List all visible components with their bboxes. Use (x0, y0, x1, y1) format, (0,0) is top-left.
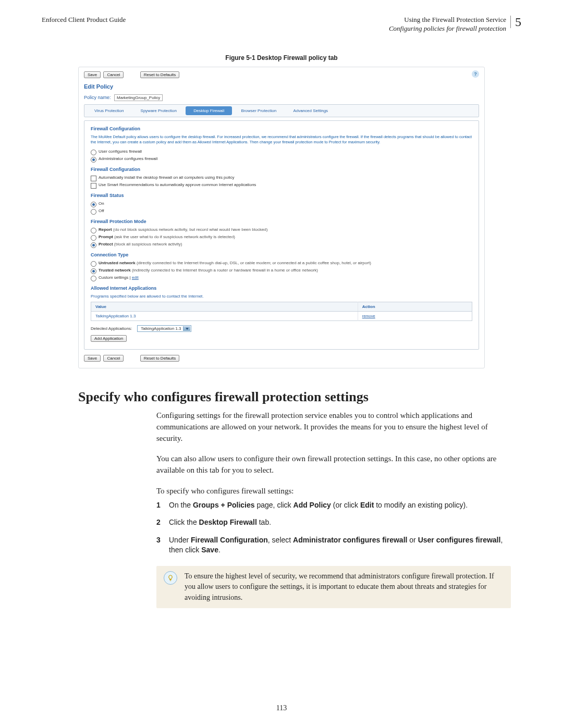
mode-desc: (do not block suspicious network activit… (113, 227, 267, 232)
ui-ref: Save (201, 546, 218, 554)
note-box: To ensure the highest level of security,… (156, 566, 511, 608)
firewall-configuration-title: Firewall Configuration (91, 126, 472, 131)
page-number: 113 (0, 704, 563, 712)
note-text: To ensure the highest level of security,… (185, 571, 504, 603)
checkbox-icon (91, 176, 96, 181)
tab-desktop-firewall[interactable]: Desktop Firewall (186, 106, 232, 115)
step-item: 3 Under Firewall Configuration, select A… (156, 535, 511, 556)
figure-caption: Figure 5-1 Desktop Firewall policy tab (42, 54, 521, 61)
ui-ref: Firewall Configuration (191, 536, 268, 544)
mode-desc: (ask the user what to do if suspicious n… (114, 235, 235, 239)
cell-value: TalkingApplication 1.3 (91, 312, 358, 321)
tab-browser-protection[interactable]: Browser Protection (234, 106, 285, 115)
check-auto-install[interactable]: Automatically install the desktop firewa… (91, 175, 472, 181)
edit-policy-title: Edit Policy (84, 83, 479, 90)
col-action: Action (358, 302, 472, 312)
ui-ref: Add Policy (293, 501, 331, 509)
save-button-bottom[interactable]: Save (84, 355, 101, 362)
allowed-apps-title: Allowed Internet Applications (91, 286, 472, 291)
radio-conn-custom[interactable]: Custom settings | edit (91, 275, 472, 281)
steps-intro: To specify who configures firewall setti… (156, 486, 511, 497)
chevron-down-icon (186, 328, 189, 330)
ui-ref: User configures firewall (418, 536, 501, 544)
radio-conn-trusted[interactable]: Trusted network (indirectly connected to… (91, 268, 472, 274)
ui-ref: Desktop Firewall (199, 518, 257, 526)
conn-name: Custom settings (99, 275, 128, 280)
radio-icon (91, 150, 96, 155)
paragraph: Configuring settings for the firewall pr… (156, 410, 511, 444)
step-item: 1 On the Groups + Policies page, click A… (156, 500, 511, 511)
tab-spyware-protection[interactable]: Spyware Protection (133, 106, 185, 115)
conn-name: Untrusted network (99, 261, 136, 265)
check-label: Use Smart Recommendations to automatical… (99, 182, 256, 187)
step-number: 2 (156, 517, 164, 528)
header-left: Enforced Client Product Guide (42, 16, 126, 24)
firewall-configuration-title-2: Firewall Configuration (91, 167, 472, 172)
firewall-status-title: Firewall Status (91, 193, 472, 198)
remove-link[interactable]: remove (362, 314, 375, 318)
cancel-button-top[interactable]: Cancel (103, 71, 124, 78)
paragraph: You can also allow users to configure th… (156, 453, 511, 476)
section-heading: Specify who configures firewall protecti… (78, 389, 511, 405)
help-icon[interactable]: ? (472, 70, 479, 78)
step-item: 2 Click the Desktop Firewall tab. (156, 517, 511, 528)
radio-icon (91, 261, 96, 267)
save-button-top[interactable]: Save (84, 71, 101, 78)
allowed-apps-note: Programs specified below are allowed to … (91, 294, 472, 299)
lightbulb-icon (164, 571, 177, 585)
mode-desc: (block all suspicious network activity) (114, 242, 182, 246)
allowed-apps-table: Value Action TalkingApplication 1.3 remo… (91, 302, 472, 321)
reset-button-bottom[interactable]: Reset to Defaults (140, 355, 179, 362)
custom-edit-link[interactable]: edit (132, 275, 139, 280)
select-value: TalkingApplication 1.3 (141, 326, 181, 331)
radio-status-on[interactable]: On (91, 201, 472, 207)
detected-apps-label: Detected Applications: (91, 326, 132, 331)
reset-button-top[interactable]: Reset to Defaults (140, 71, 179, 78)
radio-icon (91, 202, 96, 207)
radio-user-configures[interactable]: User configures firewall (91, 149, 472, 155)
radio-icon (91, 209, 96, 215)
radio-mode-prompt[interactable]: Prompt (ask the user what to do if suspi… (91, 235, 472, 241)
tab-bar: Virus Protection Spyware Protection Desk… (84, 104, 479, 117)
radio-label: On (99, 201, 104, 206)
policy-name-input[interactable]: MarketingGroup_Policy (114, 94, 163, 101)
cancel-button-bottom[interactable]: Cancel (103, 355, 124, 362)
add-application-button[interactable]: Add Application (91, 335, 127, 342)
radio-conn-untrusted[interactable]: Untrusted network (directly connected to… (91, 261, 472, 267)
mode-name: Prompt (99, 235, 113, 239)
radio-icon (91, 276, 96, 281)
radio-mode-protect[interactable]: Protect (block all suspicious network ac… (91, 242, 472, 248)
connection-type-title: Connection Type (91, 252, 472, 257)
chapter-number: 5 (510, 16, 521, 28)
radio-status-off[interactable]: Off (91, 208, 472, 215)
tab-advanced-settings[interactable]: Advanced Settings (285, 106, 336, 115)
conn-desc: (indirectly connected to the Internet th… (132, 268, 318, 273)
check-label: Automatically install the desktop firewa… (99, 175, 235, 180)
check-smart-recommendations[interactable]: Use Smart Recommendations to automatical… (91, 182, 472, 189)
step-number: 3 (156, 535, 164, 556)
radio-label: User configures firewall (99, 149, 142, 154)
detected-apps-select[interactable]: TalkingApplication 1.3 (137, 325, 191, 332)
header-right-title: Using the Firewall Protection Service (389, 16, 506, 24)
radio-mode-report[interactable]: Report (do not block suspicious network … (91, 227, 472, 233)
radio-icon (91, 242, 96, 248)
radio-admin-configures[interactable]: Administrator configures firewall (91, 156, 472, 163)
radio-label: Administrator configures firewall (99, 156, 157, 161)
header-right-subtitle: Configuring policies for firewall protec… (389, 24, 506, 33)
policy-content: Firewall Configuration The McAfee Defaul… (84, 120, 479, 350)
mode-name: Report (99, 227, 112, 232)
radio-icon (91, 157, 96, 163)
ui-ref: Administrator configures firewall (293, 536, 407, 544)
firewall-policy-panel: ? Save Cancel Reset to Defaults Edit Pol… (78, 67, 485, 368)
col-value: Value (91, 302, 358, 312)
conn-name: Trusted network (99, 268, 131, 273)
policy-name-label: Policy name: (84, 95, 111, 100)
checkbox-icon (91, 183, 96, 189)
page-header: Enforced Client Product Guide Using the … (42, 16, 521, 33)
ui-ref: Edit (360, 501, 374, 509)
radio-icon (91, 235, 96, 241)
radio-label: Off (99, 208, 104, 213)
table-row: TalkingApplication 1.3 remove (91, 312, 472, 321)
radio-icon (91, 228, 96, 233)
tab-virus-protection[interactable]: Virus Protection (87, 106, 131, 115)
